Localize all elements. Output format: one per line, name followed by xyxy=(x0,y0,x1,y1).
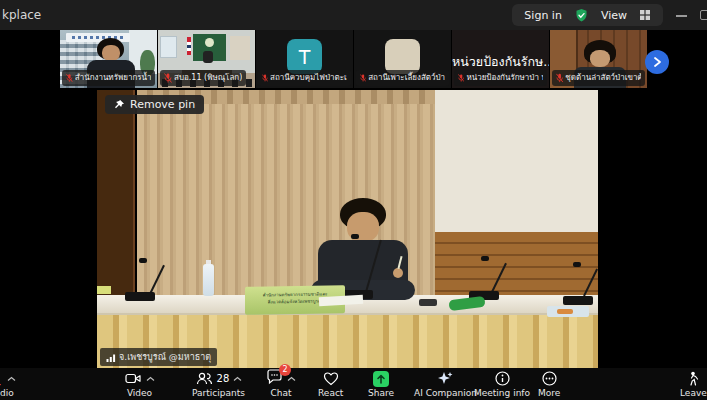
chevron-up-icon[interactable] xyxy=(7,376,16,382)
muted-mic-icon xyxy=(556,73,563,83)
participant-tile[interactable]: สถานีเพาะเลี้ยงสัตว์ป่าเขาค้อ xyxy=(354,30,451,88)
participant-name-pill: สำนักงานทรัพยากรน้ำที่ 2 xyxy=(62,70,155,86)
participant-name-pill: สถานีเพาะเลี้ยงสัตว์ป่าเขาค้อ xyxy=(356,70,449,86)
participant-name-pill: ชุดต้านล่าสัตว์ป่าเขาค้อ xyxy=(552,70,645,86)
share-screen-icon xyxy=(373,371,389,387)
participant-tile[interactable]: สำนักงานทรัพยากรน้ำที่ 2 xyxy=(60,30,157,88)
participant-name-pill: สบอ.11 (พิษณุโลก) xyxy=(160,70,246,86)
shield-check-icon xyxy=(574,8,589,23)
sparkle-icon xyxy=(436,370,454,387)
pin-icon xyxy=(114,99,125,110)
tile-scene-flag xyxy=(187,37,191,55)
chat-badge: 2 xyxy=(279,364,291,376)
grid-view-icon[interactable] xyxy=(639,9,651,21)
participant-tile[interactable]: หน่วยป้องกันรักษ... หน่วยป้องกันรักษาป่า… xyxy=(452,30,549,88)
participant-tile[interactable]: T สถานีควบคุมไฟป่าตะเบาะ-... xyxy=(256,30,353,88)
participants-button[interactable]: 28 Participants xyxy=(192,370,245,398)
more-icon xyxy=(541,370,558,387)
scene-wall xyxy=(435,90,598,232)
participants-count: 28 xyxy=(217,373,230,384)
participant-name-pill: หน่วยป้องกันรักษาป่า พช ... xyxy=(454,70,547,86)
chevron-up-icon[interactable] xyxy=(233,376,242,382)
ai-companion-button[interactable]: AI Companion xyxy=(414,370,477,398)
main-stage: สำนักงานทรัพยากรธรรมชาติและ สิ่งแวดล้อมจ… xyxy=(0,88,707,368)
participant-display-name: หน่วยป้องกันรักษ... xyxy=(452,52,549,72)
leave-button[interactable]: Leave xyxy=(680,370,707,398)
view-button[interactable]: View xyxy=(601,9,627,22)
video-button[interactable]: Video xyxy=(124,370,155,398)
participant-tile[interactable]: สบอ.11 (พิษณุโลก) xyxy=(158,30,255,88)
muted-mic-icon xyxy=(458,73,464,83)
heart-icon xyxy=(322,370,340,387)
speaker-name-pill: จ.เพชรบูรณ์ @มหาธาตุ xyxy=(100,348,217,366)
react-button[interactable]: React xyxy=(318,370,343,398)
app-title: kplace xyxy=(2,8,41,22)
scene-door xyxy=(97,90,135,295)
muted-mic-icon xyxy=(66,73,73,83)
audio-signal-icon xyxy=(106,353,116,362)
sign-in-button[interactable]: Sign in xyxy=(524,9,562,22)
audio-button[interactable]: Audio xyxy=(0,370,16,398)
next-page-button[interactable] xyxy=(645,50,669,74)
minimize-icon[interactable] xyxy=(676,15,687,17)
maximize-icon[interactable] xyxy=(700,10,707,20)
avatar xyxy=(385,39,420,74)
title-bar: kplace Sign in View xyxy=(0,0,707,30)
meeting-info-button[interactable]: Meeting info xyxy=(474,370,530,398)
mic-off-icon xyxy=(0,370,3,387)
leave-icon xyxy=(685,370,702,387)
meeting-toolbar: Audio Video 28 Partic xyxy=(0,368,707,400)
muted-mic-icon xyxy=(360,73,366,83)
gallery-strip: สำนักงานทรัพยากรน้ำที่ 2 สบอ.11 (พิษณุโล… xyxy=(0,30,707,88)
info-icon xyxy=(494,370,511,387)
chevron-right-icon xyxy=(651,56,663,68)
remove-pin-button[interactable]: Remove pin xyxy=(105,95,204,114)
muted-mic-icon xyxy=(164,73,172,83)
titlebar-controls: Sign in View xyxy=(512,4,663,26)
scene-water-bottle xyxy=(203,264,214,296)
more-button[interactable]: More xyxy=(538,370,560,398)
participant-tile[interactable]: ชุดต้านล่าสัตว์ป่าเขาค้อ xyxy=(550,30,647,88)
share-button[interactable]: Share xyxy=(368,370,394,398)
camera-icon xyxy=(124,370,142,387)
chevron-up-icon[interactable] xyxy=(287,376,296,382)
zoom-meeting-window: kplace Sign in View xyxy=(0,0,707,400)
pinned-speaker-video[interactable]: สำนักงานทรัพยากรธรรมชาติและ สิ่งแวดล้อมจ… xyxy=(97,90,598,368)
participants-icon xyxy=(195,370,213,387)
chevron-up-icon[interactable] xyxy=(146,376,155,382)
participant-name-pill: สถานีควบคุมไฟป่าตะเบาะ-... xyxy=(258,70,351,86)
chat-button[interactable]: 2 Chat xyxy=(266,370,296,398)
muted-mic-icon xyxy=(262,73,268,83)
avatar: T xyxy=(287,39,322,74)
